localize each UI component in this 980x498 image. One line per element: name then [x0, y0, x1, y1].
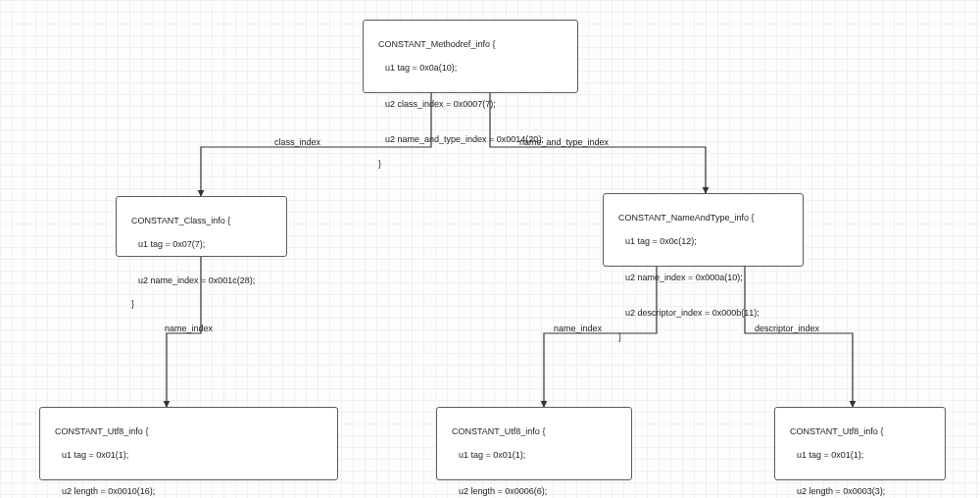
nameandtype-close: } — [618, 332, 621, 342]
utf8-void-line1: u1 tag = 0x01(1); — [785, 449, 935, 461]
classinfo-title: CONSTANT_Class_info { — [131, 216, 230, 225]
methodref-line2: u2 class_index = 0x0007(7); — [373, 98, 567, 110]
utf8-object-line2: u2 length = 0x0010(16); — [50, 485, 327, 497]
label-class-index: class_index — [274, 137, 320, 147]
nameandtype-line1: u1 tag = 0x0c(12); — [613, 235, 793, 247]
classinfo-line2: u2 name_index = 0x001c(28); — [126, 274, 276, 286]
node-utf8-init[interactable]: CONSTANT_Utf8_info { u1 tag = 0x01(1); u… — [436, 407, 632, 480]
label-name-index-mid: name_index — [554, 324, 602, 333]
nameandtype-title: CONSTANT_NameAndType_info { — [618, 213, 754, 223]
nameandtype-line3: u2 descriptor_index = 0x000b(11); — [613, 307, 793, 319]
utf8-void-title: CONSTANT_Utf8_info { — [790, 426, 883, 436]
utf8-init-title: CONSTANT_Utf8_info { — [452, 426, 545, 436]
node-utf8-void[interactable]: CONSTANT_Utf8_info { u1 tag = 0x01(1); u… — [774, 407, 946, 480]
utf8-init-line1: u1 tag = 0x01(1); — [447, 449, 621, 461]
node-methodref[interactable]: CONSTANT_Methodref_info { u1 tag = 0x0a(… — [363, 20, 578, 93]
utf8-init-line2: u2 length = 0x0006(6); — [447, 485, 621, 497]
utf8-object-title: CONSTANT_Utf8_info { — [55, 426, 148, 436]
classinfo-close: } — [131, 299, 134, 309]
utf8-void-line2: u2 length = 0x0003(3); — [785, 485, 935, 497]
methodref-line3: u2 name_and_type_index = 0x0014(20); — [373, 133, 567, 145]
node-utf8-object[interactable]: CONSTANT_Utf8_info { u1 tag = 0x01(1); u… — [39, 407, 338, 480]
nameandtype-line2: u2 name_index = 0x000a(10); — [613, 272, 793, 283]
label-name-index-left: name_index — [165, 324, 213, 333]
classinfo-line1: u1 tag = 0x07(7); — [126, 238, 276, 250]
node-classinfo[interactable]: CONSTANT_Class_info { u1 tag = 0x07(7); … — [116, 196, 287, 257]
methodref-line1: u1 tag = 0x0a(10); — [373, 62, 567, 74]
methodref-title: CONSTANT_Methodref_info { — [378, 39, 495, 49]
methodref-close: } — [378, 159, 381, 169]
utf8-object-line1: u1 tag = 0x01(1); — [50, 449, 327, 461]
node-nameandtype[interactable]: CONSTANT_NameAndType_info { u1 tag = 0x0… — [603, 193, 804, 267]
